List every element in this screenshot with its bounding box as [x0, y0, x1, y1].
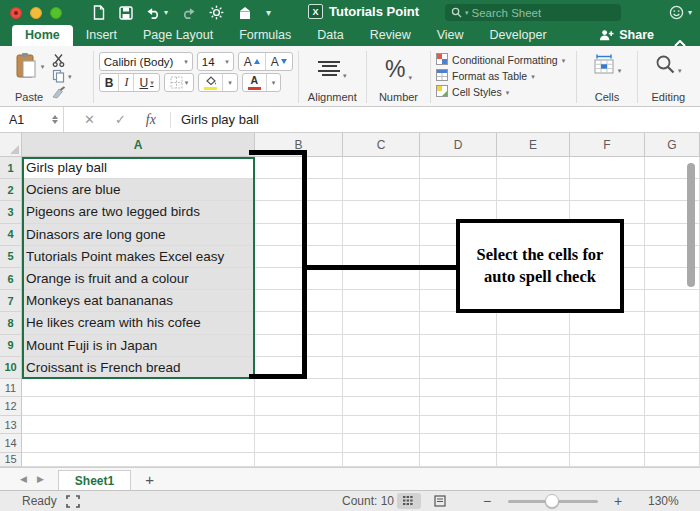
cell-C11[interactable] — [343, 379, 420, 398]
cell-C10[interactable] — [343, 357, 420, 379]
tab-formulas[interactable]: Formulas — [226, 25, 304, 46]
toolbar-options-chevron-icon[interactable]: ▾ — [266, 7, 271, 18]
cell-A4[interactable]: Dinasors are long gone — [22, 224, 255, 246]
tab-insert[interactable]: Insert — [73, 25, 130, 46]
paste-menu-chevron-icon[interactable]: ▾ — [41, 63, 45, 70]
font-color-button[interactable]: A — [243, 74, 267, 91]
copy-button[interactable]: ▾ — [52, 69, 72, 84]
row-header-12[interactable]: 12 — [0, 397, 22, 416]
cell-C15[interactable] — [343, 453, 420, 467]
cell-C12[interactable] — [343, 397, 420, 416]
column-header-C[interactable]: C — [343, 133, 420, 157]
cell-A3[interactable]: Pigeons are two legged birds — [22, 201, 255, 223]
name-box[interactable]: A1 — [0, 107, 64, 132]
row-header-10[interactable]: 10 — [0, 357, 22, 379]
row-header-4[interactable]: 4 — [0, 224, 22, 246]
cell-G15[interactable] — [645, 453, 700, 467]
cell-G13[interactable] — [645, 416, 700, 435]
column-header-F[interactable]: F — [570, 133, 645, 157]
cell-A1[interactable]: Girls play ball — [22, 157, 255, 179]
feedback-chevron-icon[interactable]: ▾ — [688, 8, 692, 17]
cell-B1[interactable] — [255, 157, 343, 179]
cell-C4[interactable] — [343, 224, 420, 246]
cell-E1[interactable] — [497, 157, 570, 179]
share-button[interactable]: Share — [599, 28, 654, 42]
cell-A9[interactable]: Mount Fuji is in Japan — [22, 335, 255, 357]
undo-icon[interactable] — [146, 6, 161, 20]
cell-G10[interactable] — [645, 357, 700, 379]
cell-D10[interactable] — [420, 357, 497, 379]
cell-F9[interactable] — [570, 335, 645, 357]
cell-C8[interactable] — [343, 312, 420, 334]
cell-F8[interactable] — [570, 312, 645, 334]
cell-B13[interactable] — [255, 416, 343, 435]
fullscreen-button[interactable] — [50, 7, 62, 19]
editing-button[interactable]: ▾ — [655, 54, 682, 74]
tab-data[interactable]: Data — [304, 25, 356, 46]
cell-F2[interactable] — [570, 179, 645, 201]
page-layout-view-button[interactable] — [428, 493, 452, 509]
borders-button[interactable]: ▾ — [165, 74, 194, 91]
cells-button[interactable]: ▾ — [593, 54, 622, 74]
cell-C1[interactable] — [343, 157, 420, 179]
column-header-G[interactable]: G — [645, 133, 700, 157]
normal-view-button[interactable] — [397, 493, 421, 509]
cell-A14[interactable] — [22, 434, 255, 453]
formula-value[interactable]: Girls play ball — [181, 112, 259, 127]
cell-G11[interactable] — [645, 379, 700, 398]
cell-D1[interactable] — [420, 157, 497, 179]
cell-F15[interactable] — [570, 453, 645, 467]
cell-styles-button[interactable]: Cell Styles▾ — [436, 85, 571, 99]
new-document-icon[interactable] — [92, 5, 106, 20]
row-header-5[interactable]: 5 — [0, 246, 22, 268]
zoom-in-button[interactable]: + — [614, 491, 622, 511]
number-format-button[interactable]: % ▾ — [385, 58, 412, 81]
tab-review[interactable]: Review — [357, 25, 424, 46]
cell-D14[interactable] — [420, 434, 497, 453]
cell-G7[interactable] — [645, 290, 700, 312]
cell-E10[interactable] — [497, 357, 570, 379]
cut-button[interactable] — [52, 52, 72, 67]
row-header-3[interactable]: 3 — [0, 201, 22, 223]
save-icon[interactable] — [119, 6, 133, 20]
cell-C13[interactable] — [343, 416, 420, 435]
row-header-1[interactable]: 1 — [0, 157, 22, 179]
cell-A11[interactable] — [22, 379, 255, 398]
confirm-entry-icon[interactable]: ✓ — [115, 112, 126, 127]
tab-home[interactable]: Home — [12, 25, 73, 46]
name-box-stepper[interactable] — [52, 115, 58, 124]
cell-A2[interactable]: Ociens are blue — [22, 179, 255, 201]
cell-A15[interactable] — [22, 453, 255, 467]
conditional-formatting-button[interactable]: Conditional Formatting▾ — [436, 53, 571, 67]
fill-color-chevron[interactable]: ▾ — [223, 74, 237, 91]
cell-E11[interactable] — [497, 379, 570, 398]
font-size-select[interactable]: 14 ▾ — [197, 52, 234, 71]
cell-G9[interactable] — [645, 335, 700, 357]
alignment-button[interactable]: ▾ — [318, 58, 347, 79]
cell-B7[interactable] — [255, 290, 343, 312]
cell-A12[interactable] — [22, 397, 255, 416]
cell-C14[interactable] — [343, 434, 420, 453]
cell-A8[interactable]: He likes cream with his cofee — [22, 312, 255, 334]
select-all-corner[interactable] — [0, 133, 22, 157]
format-as-table-button[interactable]: Format as Table▾ — [436, 69, 571, 83]
cell-E2[interactable] — [497, 179, 570, 201]
font-color-chevron[interactable]: ▾ — [267, 74, 281, 91]
search-box[interactable]: ▾ Search Sheet — [445, 4, 621, 21]
row-header-6[interactable]: 6 — [0, 268, 22, 290]
shrink-font-button[interactable]: A — [266, 53, 292, 70]
cell-C2[interactable] — [343, 179, 420, 201]
zoom-percentage[interactable]: 130% — [648, 491, 679, 511]
cell-D11[interactable] — [420, 379, 497, 398]
cell-C6[interactable] — [343, 268, 420, 290]
cell-A7[interactable]: Monkeys eat banananas — [22, 290, 255, 312]
grow-font-button[interactable]: A — [239, 53, 266, 70]
tab-developer[interactable]: Developer — [477, 25, 560, 46]
undo-menu-chevron-icon[interactable]: ▾ — [164, 8, 168, 17]
search-scope-chevron-icon[interactable]: ▾ — [465, 9, 469, 17]
next-sheet-arrow-icon[interactable]: ▶ — [37, 474, 44, 484]
previous-sheet-arrow-icon[interactable]: ◀ — [20, 474, 27, 484]
cell-D12[interactable] — [420, 397, 497, 416]
italic-button[interactable]: I — [119, 74, 134, 91]
cell-F10[interactable] — [570, 357, 645, 379]
